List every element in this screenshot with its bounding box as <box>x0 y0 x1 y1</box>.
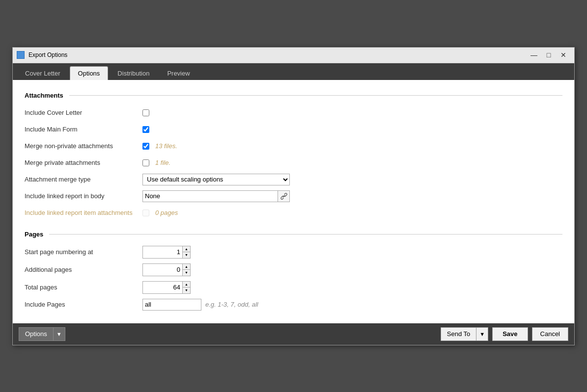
include-cover-letter-control <box>142 109 149 116</box>
include-pages-label: Include Pages <box>25 301 142 308</box>
minimize-button[interactable]: — <box>527 49 541 61</box>
include-cover-letter-row: Include Cover Letter <box>25 107 562 119</box>
include-pages-hint: e.g. 1-3, 7, odd, all <box>205 301 258 308</box>
bottom-bar: Options ▼ Send To ▼ Save Cancel <box>13 323 574 345</box>
attachment-merge-type-row: Attachment merge type Use default scalin… <box>25 174 562 185</box>
options-button[interactable]: Options <box>19 327 53 341</box>
total-pages-decrement[interactable]: ▼ <box>182 287 190 293</box>
merge-non-private-control: 13 files. <box>142 142 177 150</box>
window-icon <box>17 51 25 59</box>
start-page-numbering-label: Start page numbering at <box>25 248 142 256</box>
attachments-section-header: Attachments <box>25 92 562 99</box>
include-linked-report-label: Include linked report in body <box>25 192 142 200</box>
start-page-spinner: ▲ ▼ <box>142 246 191 259</box>
attachments-divider <box>69 95 562 96</box>
include-cover-letter-label: Include Cover Letter <box>25 109 142 116</box>
options-button-group: Options ▼ <box>19 327 65 341</box>
include-linked-report-attachments-label: Include linked report item attachments <box>25 209 142 216</box>
merge-private-row: Merge private attachments 1 file. <box>25 157 562 169</box>
svg-line-0 <box>283 195 285 197</box>
total-pages-label: Total pages <box>25 284 142 291</box>
merge-private-checkbox[interactable] <box>142 159 149 166</box>
link-icon[interactable] <box>278 191 289 202</box>
start-page-decrement[interactable]: ▼ <box>182 252 190 258</box>
tab-options[interactable]: Options <box>70 66 109 80</box>
window-title: Export Options <box>28 52 527 58</box>
linked-report-page-count: 0 pages <box>155 209 178 216</box>
merge-private-control: 1 file. <box>142 159 170 166</box>
pages-section-header: Pages <box>25 231 562 238</box>
start-page-spinner-buttons: ▲ ▼ <box>182 246 190 258</box>
total-pages-row: Total pages ▲ ▼ <box>25 281 562 294</box>
attachment-merge-type-control: Use default scaling options <box>142 174 290 185</box>
include-pages-control: e.g. 1-3, 7, odd, all <box>142 299 258 311</box>
merge-non-private-row: Merge non-private attachments 13 files. <box>25 140 562 152</box>
attachment-merge-type-select[interactable]: Use default scaling options <box>142 174 290 185</box>
start-page-increment[interactable]: ▲ <box>182 246 190 253</box>
attachment-merge-type-label: Attachment merge type <box>25 176 142 183</box>
title-bar: Export Options — □ ✕ <box>13 48 574 63</box>
title-bar-controls: — □ ✕ <box>527 49 570 61</box>
include-cover-letter-checkbox[interactable] <box>142 109 149 116</box>
send-to-group: Send To ▼ <box>441 327 488 341</box>
additional-pages-row: Additional pages ▲ ▼ <box>25 263 562 276</box>
merge-non-private-label: Merge non-private attachments <box>25 142 142 150</box>
export-options-window: Export Options — □ ✕ Cover Letter Option… <box>12 47 575 345</box>
include-pages-input[interactable] <box>142 299 201 311</box>
start-page-numbering-control: ▲ ▼ <box>142 246 191 259</box>
include-main-form-checkbox[interactable] <box>142 126 149 133</box>
include-linked-report-attachments-checkbox <box>142 209 149 216</box>
tab-cover-letter[interactable]: Cover Letter <box>17 66 69 80</box>
start-page-numbering-row: Start page numbering at ▲ ▼ <box>25 246 562 259</box>
total-pages-spinner: ▲ ▼ <box>142 281 191 294</box>
include-linked-report-row: Include linked report in body None <box>25 190 562 202</box>
include-linked-report-attachments-control: 0 pages <box>142 209 178 216</box>
save-button[interactable]: Save <box>492 327 528 341</box>
maximize-button[interactable]: □ <box>542 49 556 61</box>
start-page-input[interactable] <box>143 246 182 258</box>
include-linked-report-attachments-row: Include linked report item attachments 0… <box>25 207 562 219</box>
additional-pages-spinner-buttons: ▲ ▼ <box>182 264 190 276</box>
options-dropdown-button[interactable]: ▼ <box>53 327 65 341</box>
include-linked-report-control: None <box>142 190 290 202</box>
additional-pages-input[interactable] <box>143 264 182 276</box>
linked-report-value: None <box>143 192 278 200</box>
pages-divider <box>49 234 562 235</box>
tab-distribution[interactable]: Distribution <box>109 66 158 80</box>
total-pages-control: ▲ ▼ <box>142 281 191 294</box>
close-button[interactable]: ✕ <box>557 49 570 61</box>
additional-pages-decrement[interactable]: ▼ <box>182 270 190 276</box>
total-pages-spinner-buttons: ▲ ▼ <box>182 282 190 293</box>
total-pages-input[interactable] <box>143 282 182 293</box>
include-pages-row: Include Pages e.g. 1-3, 7, odd, all <box>25 299 562 311</box>
include-main-form-control <box>142 126 149 133</box>
cancel-button[interactable]: Cancel <box>532 327 568 341</box>
tab-bar: Cover Letter Options Distribution Previe… <box>13 63 574 80</box>
pages-title: Pages <box>25 231 43 238</box>
merge-private-count: 1 file. <box>155 159 170 166</box>
total-pages-increment[interactable]: ▲ <box>182 282 190 288</box>
send-to-button[interactable]: Send To <box>441 327 476 341</box>
merge-non-private-checkbox[interactable] <box>142 143 149 150</box>
additional-pages-control: ▲ ▼ <box>142 263 191 276</box>
content-area: Attachments Include Cover Letter Include… <box>13 80 574 323</box>
additional-pages-increment[interactable]: ▲ <box>182 264 190 270</box>
tab-preview[interactable]: Preview <box>159 66 198 80</box>
include-main-form-label: Include Main Form <box>25 126 142 133</box>
merge-private-label: Merge private attachments <box>25 159 142 166</box>
additional-pages-label: Additional pages <box>25 266 142 273</box>
linked-report-field: None <box>142 190 290 202</box>
send-to-dropdown-button[interactable]: ▼ <box>476 327 488 341</box>
include-main-form-row: Include Main Form <box>25 124 562 135</box>
merge-non-private-count: 13 files. <box>155 142 177 150</box>
attachments-title: Attachments <box>25 92 63 99</box>
additional-pages-spinner: ▲ ▼ <box>142 263 191 276</box>
